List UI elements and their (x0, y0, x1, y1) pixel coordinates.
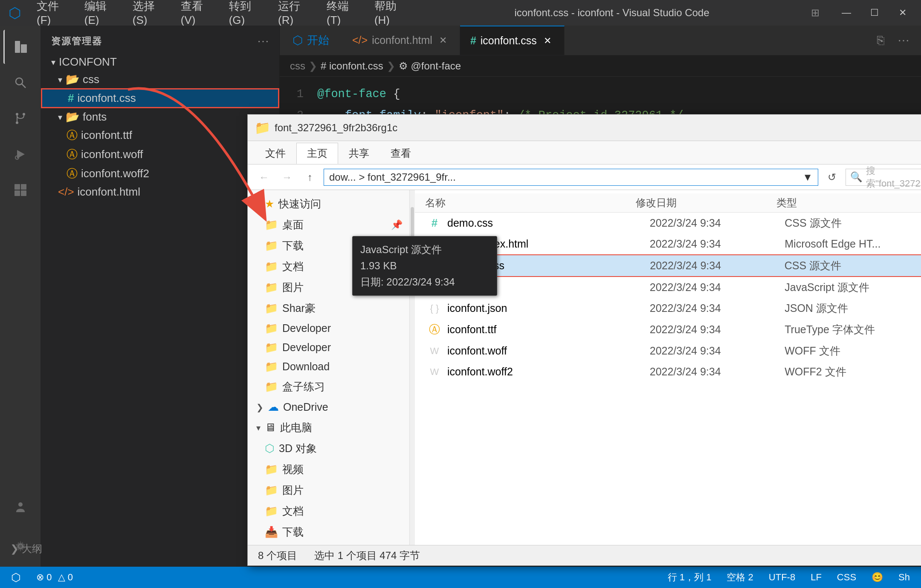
exp-nav-quick-access[interactable]: ▾ ★ 快速访问 (248, 193, 409, 214)
col-header-size[interactable]: 大小 (917, 196, 921, 210)
status-language[interactable]: CSS (833, 572, 860, 583)
file-item-iconfont-ttf[interactable]: Ⓐ iconfont.ttf 2022/3/24 9:34 TrueType 字… (415, 319, 921, 340)
split-editor-button[interactable]: ⎘ (870, 30, 891, 51)
menu-terminal[interactable]: 终端(T) (318, 0, 364, 29)
status-line-col[interactable]: 行 1，列 1 (663, 571, 716, 584)
extensions-icon[interactable] (3, 173, 38, 207)
close-button[interactable]: ✕ (893, 4, 912, 21)
tooltip-type-val: JavaScript 源文件 (360, 244, 442, 255)
exp-ribbon-tab-view[interactable]: 查看 (380, 143, 422, 164)
source-control-icon[interactable] (3, 101, 38, 135)
ttf-file-icon: Ⓐ (425, 322, 444, 337)
exp-nav-shar[interactable]: 📁 Shar豪 (248, 298, 409, 319)
tab-start[interactable]: ⬡ 开始 (280, 26, 342, 55)
file-item-iconfont-woff2[interactable]: W iconfont.woff2 2022/3/24 9:34 WOFF2 文件… (415, 361, 921, 382)
exp-nav-video[interactable]: 📁 视频 (248, 459, 409, 480)
menu-select[interactable]: 选择(S) (124, 0, 171, 29)
breadcrumb-selector[interactable]: ⚙ @font-face (399, 60, 461, 72)
sidebar-item-iconfont-woff2[interactable]: Ⓐ iconfont.woff2 (41, 164, 279, 183)
exp-up-button[interactable]: ↑ (301, 169, 319, 186)
menu-goto[interactable]: 转到(G) (220, 0, 268, 29)
file-item-iconfont-json[interactable]: { } iconfont.json 2022/3/24 9:34 JSON 源文… (415, 298, 921, 319)
sidebar-item-css-folder[interactable]: ▾ 📂 css (41, 71, 279, 88)
exp-ribbon-tab-share[interactable]: 共享 (338, 143, 380, 164)
exp-nav-pictures-2[interactable]: 📁 图片 (248, 480, 409, 501)
iconfont-woff-type: WOFF 文件 (785, 344, 920, 358)
account-icon[interactable] (3, 490, 38, 524)
menu-view[interactable]: 查看(V) (172, 0, 219, 29)
html-tab-close-button[interactable]: ✕ (437, 34, 449, 47)
desktop-label: 桌面 (282, 218, 304, 232)
tab-iconfont-html[interactable]: </> iconfont.html ✕ (342, 26, 460, 55)
exp-forward-button[interactable]: → (278, 169, 296, 186)
menu-edit[interactable]: 编辑(E) (76, 0, 122, 29)
pictures-folder-icon: 📁 (265, 281, 278, 294)
status-vscode-icon[interactable]: ⬡ (7, 571, 25, 584)
menu-run[interactable]: 运行(R) (269, 0, 316, 29)
exp-nav-3d[interactable]: ⬡ 3D 对象 (248, 438, 409, 459)
sidebar-item-iconfont-woff[interactable]: Ⓐ iconfont.woff (41, 145, 279, 164)
exp-ribbon-tab-file[interactable]: 文件 (255, 143, 296, 164)
layout-icon[interactable]: ⊞ (811, 7, 820, 19)
file-item-iconfont-woff[interactable]: W iconfont.woff 2022/3/24 9:34 WOFF 文件 2… (415, 340, 921, 361)
col-header-type[interactable]: 类型 (776, 196, 917, 210)
exp-address-dropdown[interactable]: ▼ (802, 171, 813, 183)
sidebar-item-iconfont-html[interactable]: </> iconfont.html (41, 183, 279, 201)
svg-rect-0 (15, 41, 20, 53)
exp-nav-developer-1[interactable]: 📁 Developer (248, 319, 409, 338)
exp-ribbon-tabs: 文件 主页 共享 查看 (248, 141, 921, 164)
breadcrumb-css[interactable]: css (290, 60, 305, 72)
exp-nav-desktop[interactable]: 📁 桌面 📌 (248, 214, 409, 235)
exp-back-button[interactable]: ← (255, 169, 273, 186)
exp-nav-developer-2[interactable]: 📁 Developer (248, 338, 409, 357)
status-errors[interactable]: ⊗ 0 △ 0 (32, 572, 77, 583)
explorer-icon[interactable] (3, 30, 38, 64)
more-actions-button[interactable]: ⋯ (893, 30, 914, 51)
iconfont-ttf-type: TrueType 字体文件 (785, 323, 920, 337)
exp-nav-docs-2[interactable]: 📁 文档 (248, 501, 409, 522)
sidebar: 资源管理器 ⋯ ▾ ICONFONT ▾ 📂 css # iconf (41, 26, 280, 567)
minimize-button[interactable]: — (837, 4, 856, 21)
maximize-button[interactable]: ☐ (865, 4, 884, 21)
exp-address-path[interactable]: dow... > font_3272961_9fr... ▼ (324, 169, 818, 186)
run-debug-icon[interactable] (3, 137, 38, 171)
status-feedback[interactable]: 😊 (867, 572, 887, 583)
exp-refresh-button[interactable]: ↺ (823, 169, 841, 186)
exp-nav-downloads-2[interactable]: 📥 下载 (248, 522, 409, 542)
title-bar-buttons: ⊞ — ☐ ✕ (811, 4, 912, 21)
exp-nav-this-pc[interactable]: ▾ 🖥 此电脑 (248, 417, 409, 438)
menu-file[interactable]: 文件(F) (28, 0, 74, 29)
status-spaces[interactable]: 空格 2 (722, 571, 757, 584)
menu-help[interactable]: 帮助(H) (366, 0, 413, 29)
css-tab-close-button[interactable]: ✕ (541, 35, 554, 47)
sidebar-more-button[interactable]: ⋯ (257, 34, 269, 48)
exp-nav-download-folder[interactable]: 📁 Download (248, 357, 409, 376)
status-encoding[interactable]: UTF-8 (765, 572, 799, 583)
css-hash-icon: # (68, 92, 74, 105)
col-header-date[interactable]: 修改日期 (636, 196, 776, 210)
exp-ribbon-tab-home[interactable]: 主页 (296, 143, 338, 164)
outline-section[interactable]: ❯ 大纲 (41, 535, 52, 562)
start-tab-label: 开始 (307, 33, 329, 48)
woff2-file-icon: W (425, 366, 444, 378)
sidebar-item-iconfont-ttf[interactable]: Ⓐ iconfont.ttf (41, 126, 279, 145)
svg-rect-1 (21, 44, 27, 53)
sidebar-item-fonts-folder[interactable]: ▾ 📂 fonts (41, 108, 279, 126)
col-header-name[interactable]: 名称 (425, 196, 636, 210)
exp-search-box[interactable]: 🔍 搜索"font_3272961_9fr2b36rg1c" (846, 169, 921, 186)
status-bar: ⬡ ⊗ 0 △ 0 行 1，列 1 空格 2 UTF-8 LF CSS 😊 Sh (0, 567, 921, 588)
project-root[interactable]: ▾ ICONFONT (41, 53, 279, 71)
file-item-demo-css[interactable]: # demo.css 2022/3/24 9:34 CSS 源文件 9 KB (415, 213, 921, 233)
woff-file-icon: W (425, 346, 444, 357)
exp-nav-box-practice[interactable]: 📁 盒子练习 (248, 376, 409, 397)
search-icon[interactable] (3, 66, 38, 100)
status-line-ending[interactable]: LF (806, 572, 826, 583)
iconfont-css-type: CSS 源文件 (785, 259, 919, 273)
sidebar-item-iconfont-css[interactable]: # iconfont.css (41, 88, 279, 108)
breadcrumb-file[interactable]: # iconfont.css (321, 60, 383, 72)
status-share[interactable]: Sh (894, 572, 914, 583)
tab-iconfont-css[interactable]: # iconfont.css ✕ (460, 26, 565, 55)
star-icon: ★ (265, 198, 274, 210)
iconfont-ttf-label: iconfont.ttf (81, 129, 132, 142)
exp-nav-onedrive[interactable]: ❯ ☁ OneDrive (248, 397, 409, 417)
